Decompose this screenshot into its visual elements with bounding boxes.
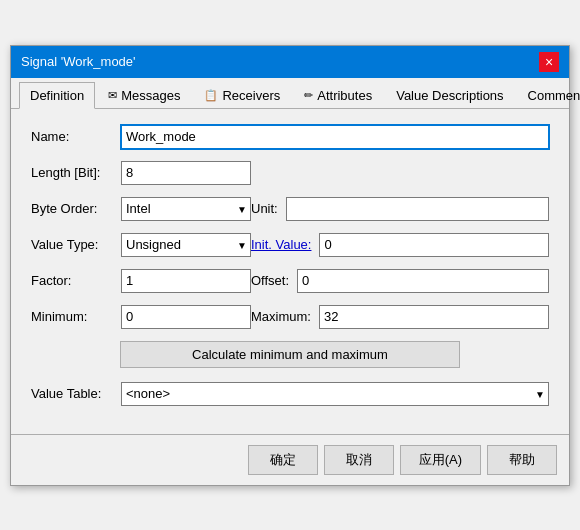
byte-order-select-wrapper: Intel Motorola ▼: [121, 197, 251, 221]
title-bar: Signal 'Work_mode' ×: [11, 46, 569, 78]
value-type-row: Value Type: Unsigned Signed IEEE Float I…: [31, 233, 549, 257]
offset-input[interactable]: [297, 269, 549, 293]
factor-input[interactable]: [121, 269, 251, 293]
cancel-button[interactable]: 取消: [324, 445, 394, 475]
footer: 确定 取消 应用(A) 帮助: [11, 434, 569, 485]
value-table-select[interactable]: <none>: [121, 382, 549, 406]
tab-comment-label: Comment: [528, 88, 580, 103]
name-label: Name:: [31, 129, 121, 144]
value-type-select-wrapper: Unsigned Signed IEEE Float IEEE Double ▼: [121, 233, 251, 257]
tab-value-descriptions[interactable]: Value Descriptions: [385, 82, 514, 108]
unit-label: Unit:: [251, 201, 278, 216]
tab-value-descriptions-label: Value Descriptions: [396, 88, 503, 103]
tab-definition-label: Definition: [30, 88, 84, 103]
confirm-button[interactable]: 确定: [248, 445, 318, 475]
tab-comment[interactable]: Comment: [517, 82, 580, 108]
minimum-input[interactable]: [121, 305, 251, 329]
name-row: Name:: [31, 125, 549, 149]
messages-icon: ✉: [108, 89, 117, 102]
tab-messages-label: Messages: [121, 88, 180, 103]
value-type-label: Value Type:: [31, 237, 121, 252]
attributes-icon: ✏: [304, 89, 313, 102]
tab-receivers[interactable]: 📋 Receivers: [193, 82, 291, 108]
receivers-icon: 📋: [204, 89, 218, 102]
init-val-group: Init. Value:: [251, 233, 549, 257]
calculate-button[interactable]: Calculate minimum and maximum: [120, 341, 460, 368]
value-table-row: Value Table: <none> ▼: [31, 382, 549, 406]
name-input[interactable]: [121, 125, 549, 149]
tab-messages[interactable]: ✉ Messages: [97, 82, 191, 108]
factor-label: Factor:: [31, 273, 121, 288]
minimum-label: Minimum:: [31, 309, 121, 324]
byte-order-select[interactable]: Intel Motorola: [121, 197, 251, 221]
value-type-select[interactable]: Unsigned Signed IEEE Float IEEE Double: [121, 233, 251, 257]
calc-btn-wrapper: Calculate minimum and maximum: [31, 341, 549, 368]
close-button[interactable]: ×: [539, 52, 559, 72]
maximum-group: Maximum:: [251, 305, 549, 329]
tab-receivers-label: Receivers: [222, 88, 280, 103]
tab-attributes-label: Attributes: [317, 88, 372, 103]
factor-row: Factor: Offset:: [31, 269, 549, 293]
maximum-input[interactable]: [319, 305, 549, 329]
dialog-title: Signal 'Work_mode': [21, 54, 136, 69]
length-row: Length [Bit]:: [31, 161, 549, 185]
unit-group: Unit:: [251, 197, 549, 221]
tab-bar: Definition ✉ Messages 📋 Receivers ✏ Attr…: [11, 78, 569, 109]
byte-order-label: Byte Order:: [31, 201, 121, 216]
help-button[interactable]: 帮助: [487, 445, 557, 475]
tab-attributes[interactable]: ✏ Attributes: [293, 82, 383, 108]
value-table-label: Value Table:: [31, 386, 121, 401]
form-content: Name: Length [Bit]: Byte Order: Intel Mo…: [11, 109, 569, 434]
length-input[interactable]: [121, 161, 251, 185]
unit-input[interactable]: [286, 197, 549, 221]
minimum-row: Minimum: Maximum:: [31, 305, 549, 329]
byte-order-row: Byte Order: Intel Motorola ▼ Unit:: [31, 197, 549, 221]
value-table-select-wrapper: <none> ▼: [121, 382, 549, 406]
dialog: Signal 'Work_mode' × Definition ✉ Messag…: [10, 45, 570, 486]
offset-label: Offset:: [251, 273, 289, 288]
length-label: Length [Bit]:: [31, 165, 121, 180]
offset-group: Offset:: [251, 269, 549, 293]
init-val-link[interactable]: Init. Value:: [251, 237, 311, 252]
maximum-label: Maximum:: [251, 309, 311, 324]
tab-definition[interactable]: Definition: [19, 82, 95, 109]
apply-button[interactable]: 应用(A): [400, 445, 481, 475]
init-val-input[interactable]: [319, 233, 549, 257]
